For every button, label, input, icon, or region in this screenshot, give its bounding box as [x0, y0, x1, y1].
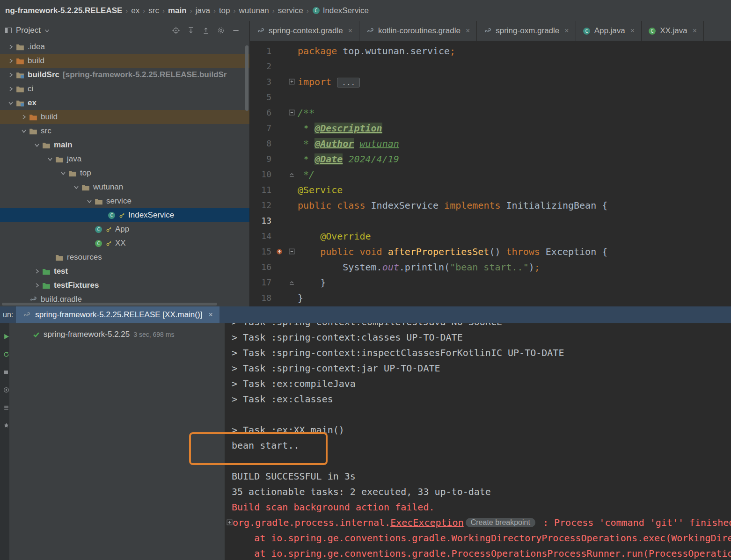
tree-item-src[interactable]: src	[0, 124, 249, 138]
tree-item-build[interactable]: build	[0, 54, 249, 68]
collapse-all-icon[interactable]	[202, 26, 210, 35]
tree-collapse-arrow-icon[interactable]	[71, 184, 81, 190]
breadcrumb-item[interactable]: CIndexService	[310, 6, 371, 15]
tree-expand-arrow-icon[interactable]	[32, 283, 42, 288]
tree-item-build.gradle[interactable]: build.gradle	[0, 292, 249, 302]
tree-item-service[interactable]: service	[0, 194, 249, 208]
scrollbar-horizontal[interactable]	[2, 303, 217, 305]
pin-icon[interactable]	[3, 422, 9, 430]
run-status-row[interactable]: spring-framework-5.2.25 3 sec, 698 ms	[33, 330, 225, 339]
hide-icon[interactable]	[232, 26, 240, 35]
expand-all-icon[interactable]	[187, 26, 195, 35]
tree-item-indexservice[interactable]: CIndexService	[0, 208, 249, 222]
tree-item-buildsrc[interactable]: buildSrc[spring-framework-5.2.25.RELEASE…	[0, 68, 249, 82]
tab-label: spring-oxm.gradle	[496, 26, 559, 36]
close-icon[interactable]: ×	[693, 27, 697, 35]
breadcrumb-item[interactable]: ng-framework-5.2.25.RELEASE	[3, 6, 124, 15]
stop-icon[interactable]	[3, 369, 9, 377]
tree-collapse-arrow-icon[interactable]	[32, 142, 42, 148]
fold-minus-icon[interactable]	[285, 109, 298, 116]
tree-item-xx[interactable]: CXX	[0, 236, 249, 250]
breadcrumb-separator: ›	[143, 7, 145, 15]
tree-item-testfixtures[interactable]: testFixtures	[0, 278, 249, 292]
tree-item-test[interactable]: test	[0, 264, 249, 278]
project-panel: Project .ideabuildbuildSrc[spring-framew…	[0, 21, 250, 306]
run-tab[interactable]: spring-framework-5.2.25.RELEASE [XX.main…	[16, 306, 219, 323]
console-line: at io.spring.ge.conventions.gradle.Worki…	[232, 530, 731, 545]
breadcrumb-separator: ›	[213, 7, 216, 15]
breadcrumb-item[interactable]: top	[217, 6, 233, 15]
tree-collapse-arrow-icon[interactable]	[84, 198, 95, 204]
tree-expand-arrow-icon[interactable]	[6, 86, 16, 92]
fold-end-icon[interactable]	[285, 279, 298, 285]
refresh-icon[interactable]	[3, 351, 9, 359]
tree-collapse-arrow-icon[interactable]	[19, 128, 29, 134]
close-icon[interactable]: ×	[348, 27, 352, 35]
breadcrumb-item[interactable]: main	[166, 6, 189, 15]
editor-tab-spring-context.gradle[interactable]: spring-context.gradle×	[250, 21, 359, 41]
tree-item-label: .idea	[28, 42, 45, 51]
breadcrumb-item[interactable]: wutunan	[237, 6, 271, 15]
create-breakpoint-hint[interactable]: Create breakpoint	[466, 518, 535, 527]
code-text: /**	[298, 107, 314, 118]
key-icon	[119, 212, 125, 218]
tree-collapse-arrow-icon[interactable]	[58, 170, 68, 176]
tree-expand-arrow-icon[interactable]	[19, 114, 29, 120]
tree-item-resources[interactable]: resources	[0, 250, 249, 264]
editor-tab-xx.java[interactable]: CXX.java×	[642, 21, 704, 41]
override-gutter-icon[interactable]	[273, 248, 285, 255]
tree-collapse-arrow-icon[interactable]	[6, 100, 16, 106]
run-task-panel: spring-framework-5.2.25 3 sec, 698 ms	[9, 323, 225, 560]
breadcrumb-item[interactable]: java	[193, 6, 212, 15]
editor-tab-spring-oxm.gradle[interactable]: spring-oxm.gradle×	[477, 21, 576, 41]
code-line: 9 * @Date 2024/4/19	[250, 151, 731, 167]
folder-orange-icon	[29, 113, 37, 121]
tree-item-ex[interactable]: ex	[0, 96, 249, 110]
close-icon[interactable]: ×	[564, 27, 569, 35]
menu-icon[interactable]	[3, 405, 9, 412]
tree-expand-arrow-icon[interactable]	[32, 269, 42, 274]
tree-expand-arrow-icon[interactable]	[6, 72, 16, 78]
close-icon[interactable]: ×	[466, 27, 470, 35]
breadcrumb-item[interactable]: service	[276, 6, 306, 15]
chevron-down-icon[interactable]	[44, 28, 50, 33]
settings-icon[interactable]	[217, 26, 225, 35]
rerun-icon[interactable]	[3, 334, 9, 341]
tree-item-top[interactable]: top	[0, 166, 249, 180]
breadcrumb-item[interactable]: ex	[129, 6, 142, 15]
line-number: 5	[250, 92, 273, 102]
tree-item-app[interactable]: CApp	[0, 222, 249, 236]
tree-item-java[interactable]: java	[0, 152, 249, 166]
code-editor[interactable]: 1package top.wutunan.service;23import ..…	[250, 41, 731, 306]
tree-item-build[interactable]: build	[0, 110, 249, 124]
project-header-title[interactable]: Project	[16, 26, 41, 35]
scrollbar-vertical[interactable]	[245, 45, 249, 111]
fold-minus-icon[interactable]	[285, 248, 298, 255]
run-body: spring-framework-5.2.25 3 sec, 698 ms > …	[0, 323, 731, 560]
tree-item-label: service	[106, 196, 132, 206]
tree-item-main[interactable]: main	[0, 138, 249, 152]
exception-link[interactable]: ExecException	[390, 517, 464, 528]
editor-tab-app.java[interactable]: CApp.java×	[576, 21, 642, 41]
fold-end-icon[interactable]	[285, 171, 298, 177]
tree-collapse-arrow-icon[interactable]	[45, 156, 55, 162]
tree-item-wutunan[interactable]: wutunan	[0, 180, 249, 194]
breadcrumb-item[interactable]: src	[146, 6, 161, 15]
tree-item-label: XX	[115, 239, 126, 248]
close-icon[interactable]: ×	[630, 27, 635, 35]
run-console[interactable]: > Task :spring-context:compileTestJava N…	[225, 323, 731, 560]
svg-text:C: C	[314, 8, 317, 13]
ide-window: ng-framework-5.2.25.RELEASE›ex›src›main›…	[0, 0, 731, 560]
breadcrumb-label: ng-framework-5.2.25.RELEASE	[5, 6, 122, 15]
tree-item-label: top	[80, 168, 91, 178]
expand-stacktrace-icon[interactable]	[227, 519, 233, 525]
profiler-icon[interactable]	[3, 387, 9, 394]
tree-item-.idea[interactable]: .idea	[0, 40, 249, 54]
tree-expand-arrow-icon[interactable]	[6, 44, 16, 50]
tree-expand-arrow-icon[interactable]	[6, 58, 16, 64]
editor-tab-kotlin-coroutines.gradle[interactable]: kotlin-coroutines.gradle×	[359, 21, 477, 41]
tree-item-ci[interactable]: ci	[0, 82, 249, 96]
close-icon[interactable]: ×	[208, 311, 212, 319]
fold-plus-icon[interactable]	[285, 79, 298, 85]
locate-icon[interactable]	[172, 26, 180, 35]
